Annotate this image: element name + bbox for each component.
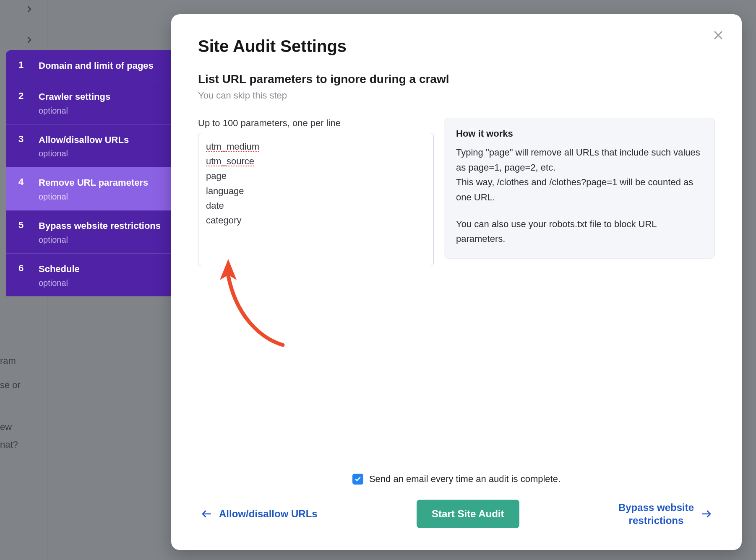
sidebar-step-label: Allow/disallow URLs (39, 134, 161, 147)
chevron-right-icon (26, 6, 33, 15)
sidebar-step-label: Crawler settings (39, 91, 161, 104)
bg-text-fragment: se or (0, 380, 21, 391)
email-notify-label: Send an email every time an audit is com… (369, 474, 560, 485)
sidebar-optional-label: optional (39, 106, 161, 116)
arrow-left-icon (201, 509, 211, 519)
sidebar-step-number: 6 (18, 263, 39, 288)
sidebar-item-step-4[interactable]: 4Remove URL parametersoptional (6, 167, 171, 210)
sidebar-item-step-2[interactable]: 2Crawler settingsoptional (6, 81, 171, 124)
modal-title: Site Audit Settings (198, 37, 715, 56)
bg-text-fragment: ew (0, 422, 12, 433)
sidebar-step-number: 4 (18, 176, 39, 202)
start-site-audit-button[interactable]: Start Site Audit (417, 500, 519, 528)
sidebar-step-number: 1 (18, 60, 39, 73)
arrow-right-icon (701, 509, 712, 519)
info-p3: You can also use your robots.txt file to… (456, 217, 703, 246)
prev-step-label: Allow/disallow URLs (219, 508, 318, 520)
next-step-label-line2: restrictions (618, 514, 694, 527)
close-button[interactable] (710, 27, 727, 44)
email-checkbox[interactable] (352, 474, 363, 485)
sidebar-step-label: Schedule (39, 263, 161, 276)
sidebar-optional-label: optional (39, 235, 161, 245)
info-p1: Typing "page" will remove all URLs that … (456, 147, 700, 173)
close-icon (712, 29, 724, 41)
sidebar-item-step-3[interactable]: 3Allow/disallow URLsoptional (6, 124, 171, 168)
params-hint: Up to 100 parameters, one per line (198, 118, 434, 129)
settings-modal: Site Audit Settings List URL parameters … (171, 14, 742, 550)
settings-sidebar: 1Domain and limit of pages2Crawler setti… (6, 50, 171, 296)
bg-text-fragment: nat? (0, 439, 18, 450)
sidebar-step-label: Remove URL parameters (39, 176, 161, 189)
email-notify-row: Send an email every time an audit is com… (198, 474, 715, 485)
bg-text-fragment: ram (0, 355, 16, 366)
next-step-link[interactable]: Bypass website restrictions (618, 501, 712, 527)
sidebar-step-number: 2 (18, 91, 39, 116)
sidebar-optional-label: optional (39, 278, 161, 288)
sidebar-step-label: Bypass website restrictions (39, 220, 161, 233)
sidebar-item-step-5[interactable]: 5Bypass website restrictionsoptional (6, 210, 171, 254)
section-subheading: You can skip this step (198, 90, 715, 101)
how-it-works-box: How it works Typing "page" will remove a… (444, 118, 715, 259)
info-title: How it works (456, 128, 703, 139)
sidebar-step-number: 3 (18, 134, 39, 159)
checkmark-icon (355, 476, 361, 482)
sidebar-step-number: 5 (18, 220, 39, 245)
prev-step-link[interactable]: Allow/disallow URLs (201, 508, 318, 520)
sidebar-item-step-6[interactable]: 6Scheduleoptional (6, 254, 171, 296)
chevron-right-icon (26, 36, 33, 45)
section-heading: List URL parameters to ignore during a c… (198, 73, 715, 86)
sidebar-optional-label: optional (39, 149, 161, 158)
info-text: Typing "page" will remove all URLs that … (456, 145, 703, 246)
info-p2: This way, /clothes and /clothes?page=1 w… (456, 177, 693, 202)
sidebar-optional-label: optional (39, 192, 161, 202)
modal-footer: Send an email every time an audit is com… (198, 474, 715, 550)
sidebar-item-step-1[interactable]: 1Domain and limit of pages (6, 50, 171, 81)
url-params-textarea[interactable]: utm_mediumutm_sourcepagelanguagedatecate… (198, 133, 434, 266)
next-step-label-line1: Bypass website (618, 501, 694, 514)
sidebar-step-label: Domain and limit of pages (39, 60, 161, 73)
